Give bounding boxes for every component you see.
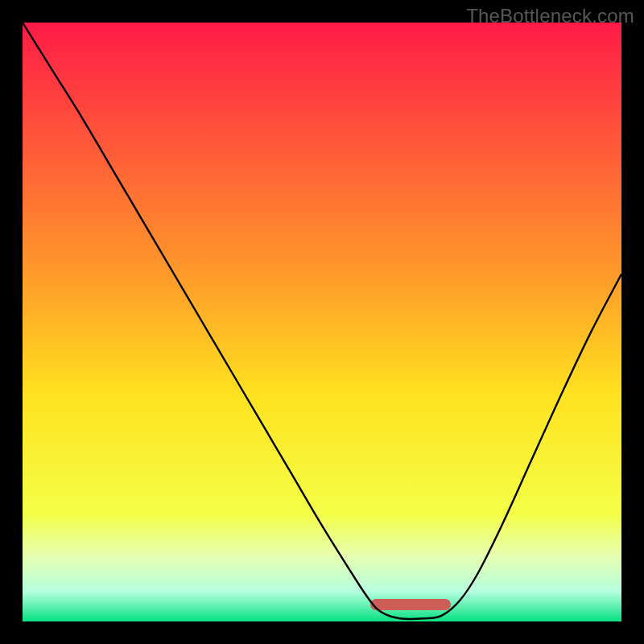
watermark-label: TheBottleneck.com — [466, 5, 634, 27]
curve-layer — [23, 23, 621, 621]
chart-container: TheBottleneck.com — [0, 0, 644, 644]
plot-area — [23, 23, 621, 621]
plot-frame — [23, 23, 621, 621]
bottleneck-curve — [23, 23, 621, 619]
